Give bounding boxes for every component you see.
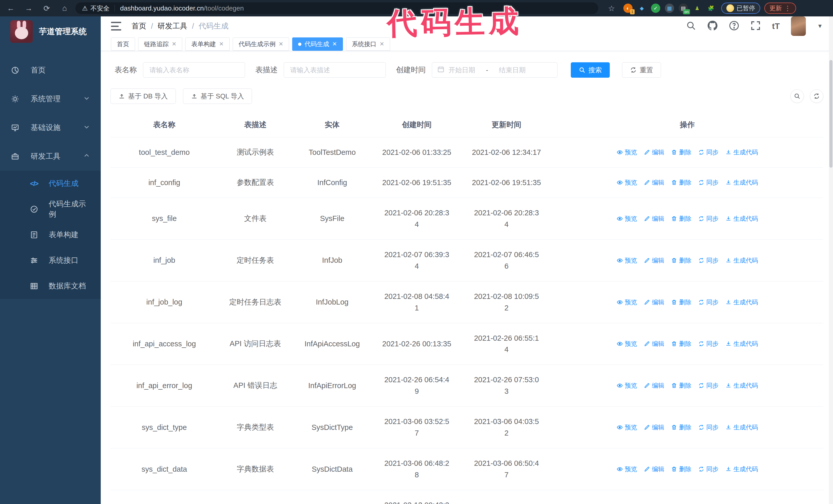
action-删除[interactable]: 删除 [671, 465, 691, 473]
profile-paused-chip[interactable]: 已暂停 [721, 3, 760, 14]
tab-系统接口[interactable]: 系统接口 ✕ [346, 38, 390, 51]
action-删除[interactable]: 删除 [671, 256, 691, 265]
action-同步[interactable]: 同步 [698, 298, 719, 306]
chevron-down-icon[interactable]: ▼ [817, 23, 823, 29]
action-生成代码[interactable]: 生成代码 [725, 423, 758, 431]
action-同步[interactable]: 同步 [698, 381, 719, 390]
action-预览[interactable]: 预览 [617, 178, 637, 187]
breadcrumb-tools[interactable]: 研发工具 [158, 21, 187, 31]
import-db-button[interactable]: 基于 DB 导入 [111, 89, 176, 104]
extensions-puzzle-icon[interactable]: 🧩 [706, 4, 716, 13]
action-生成代码[interactable]: 生成代码 [725, 381, 758, 390]
action-删除[interactable]: 删除 [671, 298, 691, 306]
font-size-icon[interactable]: tT [772, 22, 780, 31]
table-desc-input[interactable] [284, 62, 386, 78]
help-icon[interactable] [729, 21, 739, 32]
action-同步[interactable]: 同步 [698, 215, 719, 223]
action-同步[interactable]: 同步 [698, 148, 719, 157]
action-同步[interactable]: 同步 [698, 178, 719, 187]
action-编辑[interactable]: 编辑 [644, 298, 664, 306]
hamburger-icon[interactable] [111, 22, 121, 30]
browser-update-button[interactable]: 更新 ⋮ [764, 3, 796, 14]
sidebar-item-表单构建[interactable]: 表单构建 [0, 222, 101, 248]
action-同步[interactable]: 同步 [698, 423, 719, 431]
extension-icon-check[interactable]: ✓ [651, 4, 660, 13]
search-icon[interactable] [686, 21, 696, 32]
extension-icon-grid[interactable]: ▦ [665, 4, 674, 13]
github-icon[interactable] [708, 21, 718, 32]
extension-icon-on[interactable]: ▤ on [679, 4, 688, 13]
action-生成代码[interactable]: 生成代码 [725, 215, 758, 223]
sidebar-item-数据库文档[interactable]: 数据库文档 [0, 273, 101, 299]
app-logo[interactable]: 芋道管理系统 [0, 17, 101, 47]
date-range-picker[interactable]: 开始日期 - 结束日期 [432, 62, 557, 78]
reset-button[interactable]: 重置 [622, 62, 661, 78]
action-删除[interactable]: 删除 [671, 381, 691, 390]
action-删除[interactable]: 删除 [671, 178, 691, 187]
sidebar-item-系统管理[interactable]: 系统管理 [0, 85, 101, 113]
browser-home-button[interactable]: ⌂ [57, 2, 72, 14]
action-删除[interactable]: 删除 [671, 215, 691, 223]
action-预览[interactable]: 预览 [617, 423, 637, 431]
action-编辑[interactable]: 编辑 [644, 381, 664, 390]
browser-back-button[interactable]: ← [4, 2, 18, 14]
action-预览[interactable]: 预览 [617, 256, 637, 265]
action-生成代码[interactable]: 生成代码 [725, 256, 758, 265]
action-删除[interactable]: 删除 [671, 423, 691, 431]
sidebar-item-系统接口[interactable]: 系统接口 [0, 248, 101, 273]
user-avatar[interactable] [791, 17, 806, 36]
action-删除[interactable]: 删除 [671, 148, 691, 157]
browser-reload-button[interactable]: ⟳ [40, 2, 54, 14]
tab-close-icon[interactable]: ✕ [380, 41, 384, 47]
action-预览[interactable]: 预览 [617, 298, 637, 306]
browser-forward-button[interactable]: → [22, 2, 36, 14]
action-编辑[interactable]: 编辑 [644, 465, 664, 473]
action-生成代码[interactable]: 生成代码 [725, 148, 758, 157]
action-预览[interactable]: 预览 [617, 465, 637, 473]
breadcrumb-home[interactable]: 首页 [132, 21, 146, 31]
action-编辑[interactable]: 编辑 [644, 340, 664, 348]
tab-close-icon[interactable]: ✕ [332, 41, 337, 47]
sidebar-item-研发工具[interactable]: 研发工具 [0, 142, 101, 171]
extension-icon-orange[interactable]: ◐ 1 [623, 4, 633, 13]
bookmark-star-icon[interactable]: ☆ [604, 2, 619, 14]
action-同步[interactable]: 同步 [698, 256, 719, 265]
action-同步[interactable]: 同步 [698, 340, 719, 348]
action-生成代码[interactable]: 生成代码 [725, 178, 758, 187]
tab-表单构建[interactable]: 表单构建 ✕ [185, 38, 230, 51]
action-同步[interactable]: 同步 [698, 465, 719, 473]
import-sql-button[interactable]: 基于 SQL 导入 [183, 89, 252, 104]
tab-链路追踪[interactable]: 链路追踪 ✕ [138, 38, 182, 51]
tab-代码生成示例[interactable]: 代码生成示例 ✕ [233, 38, 289, 51]
tab-首页[interactable]: 首页 [111, 38, 135, 51]
refresh-button[interactable] [810, 90, 823, 103]
action-预览[interactable]: 预览 [617, 340, 637, 348]
sidebar-item-基础设施[interactable]: 基础设施 [0, 113, 101, 142]
extension-icon-diamond[interactable]: ◆ [637, 4, 646, 13]
tab-close-icon[interactable]: ✕ [279, 41, 283, 47]
toggle-search-button[interactable] [790, 90, 804, 103]
action-编辑[interactable]: 编辑 [644, 148, 664, 157]
action-编辑[interactable]: 编辑 [644, 215, 664, 223]
action-编辑[interactable]: 编辑 [644, 178, 664, 187]
action-删除[interactable]: 删除 [671, 340, 691, 348]
action-预览[interactable]: 预览 [617, 381, 637, 390]
sidebar-item-代码生成示例[interactable]: 代码生成示例 [0, 196, 101, 222]
scrollbar-thumb[interactable] [829, 60, 832, 168]
tab-close-icon[interactable]: ✕ [172, 41, 176, 47]
search-button[interactable]: 搜索 [571, 62, 610, 78]
scrollbar[interactable] [829, 17, 833, 504]
action-生成代码[interactable]: 生成代码 [725, 298, 758, 306]
tab-代码生成[interactable]: 代码生成 ✕ [292, 38, 343, 51]
action-生成代码[interactable]: 生成代码 [725, 465, 758, 473]
fullscreen-icon[interactable] [751, 21, 761, 32]
table-name-input[interactable] [143, 62, 245, 78]
address-bar[interactable]: ⚠ 不安全 dashboard.yudao.iocoder.cn/tool/co… [75, 2, 598, 14]
action-编辑[interactable]: 编辑 [644, 256, 664, 265]
action-预览[interactable]: 预览 [617, 215, 637, 223]
sidebar-item-首页[interactable]: 首页 [0, 56, 101, 85]
action-预览[interactable]: 预览 [617, 148, 637, 157]
action-编辑[interactable]: 编辑 [644, 423, 664, 431]
action-生成代码[interactable]: 生成代码 [725, 340, 758, 348]
browser-menu-icon[interactable]: ⋮ [784, 4, 791, 12]
